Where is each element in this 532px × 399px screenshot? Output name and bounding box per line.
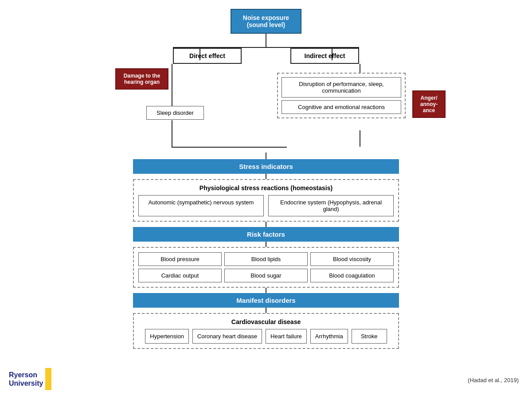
noise-box: Noise exposure (sound level) bbox=[231, 9, 301, 34]
ryerson-line1: Ryerson bbox=[9, 371, 43, 379]
risk-cell-5: Blood coagulation bbox=[310, 269, 394, 282]
disruption-box: Disruption of performance, sleep, commun… bbox=[282, 77, 401, 98]
risk-grid: Blood pressure Blood lipids Blood viscos… bbox=[138, 252, 394, 282]
sleep-disorder-wrapper: Sleep disorder bbox=[146, 106, 204, 120]
noise-title: Noise exposure bbox=[243, 14, 289, 21]
connector-physio-risk bbox=[266, 222, 266, 227]
connector-to-stress bbox=[266, 153, 266, 159]
cardio-heart-failure: Heart failure bbox=[266, 329, 307, 344]
risk-cell-2: Blood viscosity bbox=[310, 252, 394, 266]
left-drop bbox=[200, 47, 200, 60]
stress-indicators-banner: Stress indicators bbox=[133, 159, 399, 174]
autonomic-cell: Autonomic (sympathetic) nervous system bbox=[138, 195, 264, 216]
damage-hearing-box: Damage to the hearing organ bbox=[115, 68, 168, 90]
cardio-header: Cardiovascular disease bbox=[138, 318, 394, 325]
cardio-coronary: Coronary heart disease bbox=[192, 329, 262, 344]
direct-effect-box: Direct effect bbox=[173, 48, 242, 64]
risk-cell-3: Cardiac output bbox=[138, 269, 222, 282]
dashed-indirect-box: Disruption of performance, sleep, commun… bbox=[277, 73, 406, 118]
cardio-hypertension: Hypertension bbox=[145, 329, 189, 344]
h-splitter bbox=[173, 47, 359, 48]
indirect-v-top bbox=[360, 64, 360, 73]
anger-annoyance-wrapper: Anger/ annoy-ance bbox=[412, 90, 446, 118]
connector-risk-manifest bbox=[266, 288, 266, 293]
branches-section: Damage to the hearing organ Sleep disord… bbox=[111, 64, 421, 153]
cognitive-box: Cognitive and emotional reactions bbox=[282, 100, 401, 114]
endocrine-cell: Endocrine system (Hypophysis, adrenal gl… bbox=[268, 195, 394, 216]
indirect-effect-box: Indirect effect bbox=[290, 48, 359, 64]
ryerson-logo: Ryerson University bbox=[9, 368, 51, 390]
indirect-v-bottom bbox=[360, 130, 360, 147]
risk-cell-4: Blood sugar bbox=[224, 269, 308, 282]
risk-factors-banner: Risk factors bbox=[133, 227, 399, 242]
cardio-stroke: Stroke bbox=[352, 329, 387, 344]
dashed-indirect-wrapper: Disruption of performance, sleep, commun… bbox=[277, 73, 406, 118]
cardio-dashed: Cardiovascular disease Hypertension Coro… bbox=[133, 313, 399, 349]
direct-v2 bbox=[172, 120, 172, 147]
right-drop bbox=[332, 47, 332, 60]
physio-stress-box: Physiological stress reactions (homeosta… bbox=[133, 179, 399, 222]
risk-cell-1: Blood lipids bbox=[224, 252, 308, 266]
cardio-inner: Hypertension Coronary heart disease Hear… bbox=[138, 329, 394, 344]
ryerson-line2: University bbox=[9, 379, 43, 387]
noise-subtitle: (sound level) bbox=[247, 21, 285, 28]
ryerson-yellow-bar bbox=[45, 368, 51, 390]
damage-hearing-wrapper: Damage to the hearing organ bbox=[115, 68, 168, 90]
connector-stress-physio bbox=[266, 174, 266, 179]
connector-risk-grid bbox=[266, 242, 266, 247]
physio-header: Physiological stress reactions (homeosta… bbox=[138, 184, 394, 192]
h-merge bbox=[172, 147, 287, 148]
physio-inner: Autonomic (sympathetic) nervous system E… bbox=[138, 195, 394, 216]
citation: (Hadad et al., 2019) bbox=[468, 377, 519, 383]
effect-row: Direct effect Indirect effect bbox=[173, 48, 359, 64]
connector-v1 bbox=[266, 34, 266, 47]
anger-annoyance-box: Anger/ annoy-ance bbox=[412, 90, 446, 118]
connector-manifest-cardio bbox=[266, 308, 266, 313]
manifest-disorders-banner: Manifest disorders bbox=[133, 293, 399, 308]
cardio-arrhythmia: Arrhythmia bbox=[310, 329, 348, 344]
risk-factors-dashed: Blood pressure Blood lipids Blood viscos… bbox=[133, 247, 399, 288]
risk-cell-0: Blood pressure bbox=[138, 252, 222, 266]
sleep-disorder-box: Sleep disorder bbox=[146, 106, 204, 120]
direct-v-connector bbox=[172, 64, 172, 106]
